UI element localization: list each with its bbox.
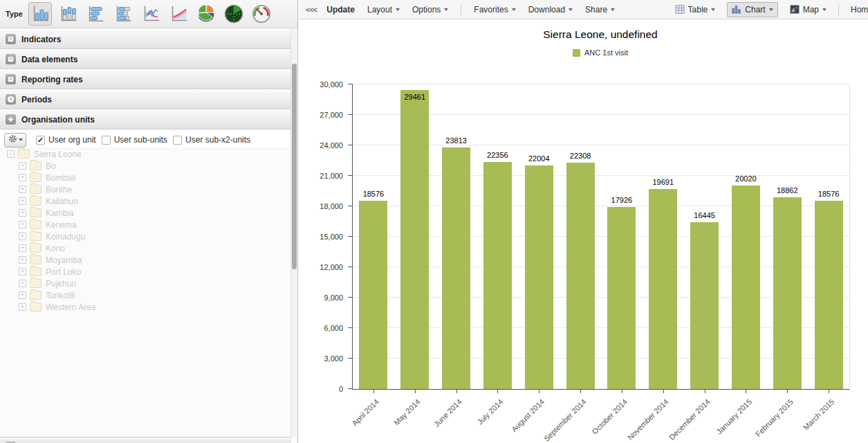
column-chart-icon[interactable] — [28, 2, 52, 26]
menu-map-button[interactable]: Map — [785, 2, 831, 17]
collapse-toggle-icon[interactable]: − — [7, 150, 15, 158]
y-axis-tick — [348, 84, 353, 84]
tree-item-port-loko[interactable]: +Port Loko — [0, 266, 291, 278]
bar-value-label: 29461 — [394, 93, 436, 101]
radar-chart-icon[interactable] — [222, 2, 246, 26]
chevron-down-icon — [512, 8, 516, 11]
folder-icon — [30, 302, 41, 311]
menu-download[interactable]: Download — [528, 5, 573, 15]
section-header-organisation-units[interactable]: Organisation units — [0, 109, 291, 129]
expand-toggle-icon[interactable]: + — [19, 209, 26, 217]
scrollbar-thumb[interactable] — [292, 64, 297, 269]
menu-update[interactable]: Update — [326, 5, 355, 15]
bar-august-2014[interactable] — [525, 165, 553, 389]
menu-label: Options — [412, 5, 441, 15]
menu-home-button[interactable]: Home — [846, 2, 868, 17]
tree-item-tonkolili[interactable]: +Tonkolili — [0, 289, 291, 301]
expand-toggle-icon[interactable]: + — [19, 186, 26, 193]
expand-toggle-icon[interactable]: + — [19, 291, 26, 299]
bar-january-2015[interactable] — [732, 186, 760, 389]
tree-item-kenema[interactable]: +Kenema — [0, 219, 291, 230]
folder-icon — [30, 173, 41, 182]
tree-item-koinadugu[interactable]: +Koinadugu — [0, 230, 291, 242]
checkbox-user-sub-units[interactable] — [102, 136, 111, 145]
sidebar-scrollbar[interactable] — [290, 29, 297, 437]
y-axis-label: 24,000 — [300, 141, 343, 150]
orgunit-toolbar: ✓User org unitUser sub-unitsUser sub-x2-… — [0, 132, 291, 149]
tree-item-western-area[interactable]: +Western Area — [0, 301, 291, 313]
menu-label: Home — [851, 5, 868, 15]
bar-october-2014[interactable] — [607, 207, 636, 389]
bar-june-2014[interactable] — [442, 147, 470, 389]
expand-toggle-icon[interactable]: + — [19, 233, 26, 240]
x-axis-tick — [539, 390, 539, 393]
section-header-indicators[interactable]: Indicators — [0, 29, 291, 49]
menu-share[interactable]: Share — [585, 5, 615, 15]
tree-item-pujehun[interactable]: +Pujehun — [0, 278, 291, 289]
tree-item-bombali[interactable]: +Bombali — [0, 172, 291, 183]
pie-chart-icon[interactable] — [194, 2, 218, 26]
gear-button[interactable] — [4, 133, 26, 147]
stacked-bar-chart-icon[interactable] — [111, 2, 135, 26]
legend-label: ANC 1st visit — [584, 48, 628, 57]
x-axis-tick — [456, 390, 457, 393]
checkbox-user-sub-x2-units[interactable] — [173, 136, 182, 145]
tree-item-bo[interactable]: +Bo — [0, 160, 291, 172]
expand-toggle-icon[interactable]: + — [19, 244, 26, 252]
tree-item-kambia[interactable]: +Kambia — [0, 207, 291, 219]
tree-item-bonthe[interactable]: +Bonthe — [0, 183, 291, 195]
bar-september-2014[interactable] — [566, 163, 595, 389]
menu-options[interactable]: Options — [412, 5, 448, 15]
menu-label: Chart — [745, 5, 765, 15]
bar-december-2014[interactable] — [690, 222, 719, 389]
menu-chart-button[interactable]: Chart — [727, 2, 777, 17]
expand-toggle-icon[interactable]: + — [19, 303, 26, 311]
tree-item-moyamba[interactable]: +Moyamba — [0, 254, 291, 266]
expand-toggle-icon[interactable]: + — [19, 280, 26, 287]
area-chart-icon[interactable] — [167, 2, 190, 26]
bar-november-2014[interactable] — [649, 189, 677, 389]
section-label: Organisation units — [21, 115, 95, 125]
expand-toggle-icon[interactable]: + — [19, 197, 26, 205]
bar-april-2014[interactable] — [359, 201, 387, 389]
tree-item-label: Bombali — [46, 173, 75, 183]
tree-item-label: Bonthe — [46, 185, 72, 195]
x-axis-label: July 2014 — [476, 397, 505, 426]
section-header-reporting-rates[interactable]: Reporting rates — [0, 69, 291, 89]
x-axis-tick — [580, 390, 581, 393]
tree-item-kono[interactable]: +Kono — [0, 242, 291, 254]
stacked-column-chart-icon[interactable] — [56, 2, 80, 26]
bar-july-2014[interactable] — [483, 162, 512, 389]
expand-toggle-icon[interactable]: + — [19, 174, 26, 181]
collapsed-section-header[interactable] — [0, 437, 291, 443]
chevron-down-icon — [822, 8, 827, 11]
checkbox-user-org-unit[interactable]: ✓ — [36, 136, 45, 145]
chart-type-buttons — [28, 2, 273, 26]
gauge-chart-icon[interactable] — [250, 2, 273, 26]
menu-favorites[interactable]: Favorites — [474, 5, 515, 15]
plot-area: 03,0006,0009,00012,00015,00018,00021,000… — [352, 84, 850, 390]
menu-right-group: TableChartMapHome — [670, 0, 868, 19]
bar-may-2014[interactable] — [400, 90, 429, 389]
expand-toggle-icon[interactable]: + — [19, 162, 26, 170]
collapse-sidebar-control[interactable]: <<< — [306, 6, 317, 14]
y-axis-tick — [348, 175, 353, 176]
line-chart-icon[interactable] — [139, 2, 163, 26]
tree-item-kailahun[interactable]: +Kailahun — [0, 195, 291, 207]
chart-legend: ANC 1st visit — [352, 48, 849, 57]
menu-separator — [838, 4, 839, 15]
menu-label: Layout — [367, 5, 392, 15]
section-header-periods[interactable]: Periods — [0, 89, 291, 109]
bar-march-2015[interactable] — [815, 201, 843, 389]
y-axis-tick — [348, 266, 353, 267]
expand-toggle-icon[interactable]: + — [19, 268, 26, 275]
tree-item-sierra-leone[interactable]: −Sierra Leone — [0, 148, 291, 160]
bar-february-2015[interactable] — [773, 197, 802, 389]
expand-toggle-icon[interactable]: + — [19, 221, 26, 228]
expand-toggle-icon[interactable]: + — [19, 256, 26, 264]
section-header-data-elements[interactable]: Data elements — [0, 49, 291, 69]
menu-layout[interactable]: Layout — [367, 5, 400, 15]
bar-chart-icon[interactable] — [84, 2, 107, 26]
menu-table-button[interactable]: Table — [670, 2, 721, 17]
folder-icon — [30, 185, 41, 194]
